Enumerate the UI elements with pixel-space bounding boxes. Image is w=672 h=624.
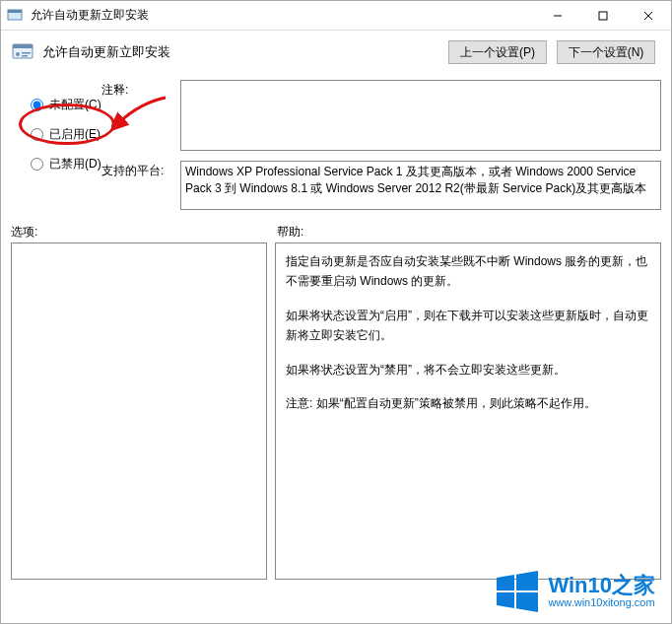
state-radio-group: 未配置(C) 已启用(E) 已禁用(D) [31,90,101,178]
svg-marker-13 [497,592,514,608]
radio-enabled[interactable]: 已启用(E) [31,119,101,149]
settings-upper: 未配置(C) 已启用(E) 已禁用(D) 注释: 支持的平台: Windows … [1,74,671,220]
policy-header: 允许自动更新立即安装 上一个设置(P) 下一个设置(N) [1,31,671,74]
radio-not-configured-label: 未配置(C) [49,97,101,113]
svg-marker-14 [516,592,538,612]
window-titlebar: 允许自动更新立即安装 [1,1,671,31]
help-pane: 指定自动更新是否应自动安装某些既不中断 Windows 服务的更新，也不需要重启… [275,243,661,580]
lower-labels: 选项: 帮助: [1,220,671,243]
help-paragraph-3: 如果将状态设置为“禁用”，将不会立即安装这些更新。 [286,360,650,380]
help-paragraph-1: 指定自动更新是否应自动安装某些既不中断 Windows 服务的更新，也不需要重启… [286,251,650,292]
svg-rect-10 [22,55,28,57]
maximize-button[interactable] [580,1,626,30]
svg-rect-7 [13,44,33,48]
radio-disabled-label: 已禁用(D) [49,156,101,173]
radio-not-configured[interactable]: 未配置(C) [31,90,101,119]
svg-point-8 [16,52,20,56]
radio-disabled[interactable]: 已禁用(D) [31,149,101,178]
radio-disabled-input[interactable] [31,158,43,171]
next-setting-button[interactable]: 下一个设置(N) [557,40,655,64]
comment-label: 注释: [101,80,180,151]
supported-on-text: Windows XP Professional Service Pack 1 及… [180,161,661,210]
previous-setting-button[interactable]: 上一个设置(P) [448,40,547,64]
options-pane [11,243,267,580]
supported-on-label: 支持的平台: [101,161,180,210]
radio-not-configured-input[interactable] [31,99,43,111]
window-title: 允许自动更新立即安装 [29,7,535,24]
watermark-text-url: www.win10xitong.com [548,596,655,608]
svg-rect-1 [8,10,22,13]
app-icon [7,8,23,24]
options-label: 选项: [11,224,277,241]
svg-rect-3 [599,12,607,20]
svg-rect-9 [22,52,31,54]
lower-panes: 指定自动更新是否应自动安装某些既不中断 Windows 服务的更新，也不需要重启… [1,243,671,586]
policy-title: 允许自动更新立即安装 [42,43,448,61]
minimize-button[interactable] [535,1,580,30]
help-paragraph-2: 如果将状态设置为“启用”，则在下载并可以安装这些更新版时，自动更新将立即安装它们… [286,306,650,346]
help-label: 帮助: [277,224,661,241]
policy-icon [11,40,34,64]
radio-enabled-label: 已启用(E) [49,126,101,143]
help-paragraph-4: 注意: 如果“配置自动更新”策略被禁用，则此策略不起作用。 [286,393,650,413]
close-button[interactable] [626,1,671,30]
comment-textarea[interactable] [180,80,661,151]
radio-enabled-input[interactable] [31,128,43,141]
